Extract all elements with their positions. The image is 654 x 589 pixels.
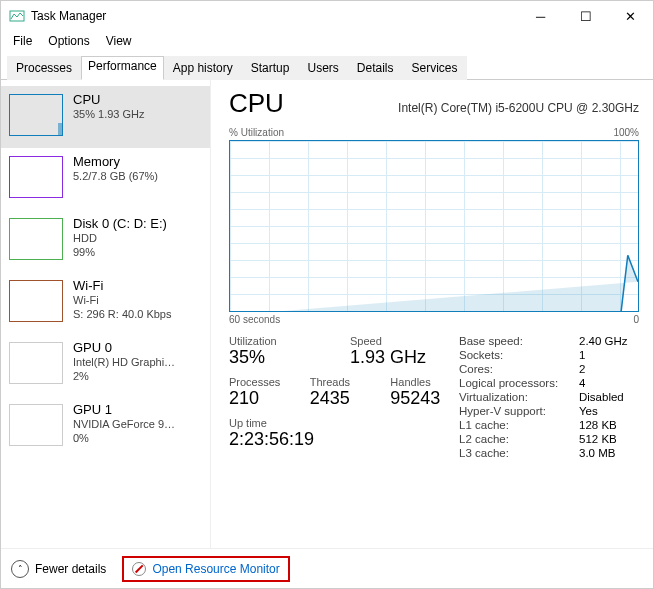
sidebar-item-memory[interactable]: Memory 5.2/7.8 GB (67%): [1, 148, 210, 210]
tab-details[interactable]: Details: [348, 56, 403, 80]
close-button[interactable]: ✕: [608, 1, 653, 31]
content-area: CPU 35% 1.93 GHz Memory 5.2/7.8 GB (67%)…: [1, 80, 653, 548]
menu-options[interactable]: Options: [40, 32, 97, 50]
resource-monitor-icon: [132, 562, 146, 576]
primary-stats: Utilization 35% Speed 1.93 GHz Processes…: [229, 335, 459, 459]
gpu0-thumbnail: [9, 342, 63, 384]
sidebar-item-gpu0[interactable]: GPU 0 Intel(R) HD Graphi… 2%: [1, 334, 210, 396]
stat-speed: 1.93 GHz: [350, 347, 459, 368]
detail-hyperv: Yes: [579, 405, 639, 417]
stat-uptime: 2:23:56:19: [229, 429, 459, 450]
app-icon: [9, 8, 25, 24]
y-axis-max: 100%: [613, 127, 639, 138]
detail-l2-cache: 512 KB: [579, 433, 639, 445]
memory-thumbnail: [9, 156, 63, 198]
menu-file[interactable]: File: [5, 32, 40, 50]
stat-handles: 95243: [390, 388, 459, 409]
utilization-chart: [229, 140, 639, 312]
tab-services[interactable]: Services: [403, 56, 467, 80]
tab-performance[interactable]: Performance: [81, 56, 164, 80]
gpu1-thumbnail: [9, 404, 63, 446]
detail-l3-cache: 3.0 MB: [579, 447, 639, 459]
cpu-model: Intel(R) Core(TM) i5-6200U CPU @ 2.30GHz: [398, 101, 639, 115]
detail-stats: Base speed:2.40 GHz Sockets:1 Cores:2 Lo…: [459, 335, 639, 459]
detail-l1-cache: 128 KB: [579, 419, 639, 431]
footer-bar: ˄ Fewer details Open Resource Monitor: [1, 548, 653, 588]
x-axis-right: 0: [633, 314, 639, 325]
detail-sockets: 1: [579, 349, 639, 361]
cpu-thumbnail: [9, 94, 63, 136]
svg-rect-0: [10, 11, 24, 21]
detail-logical-processors: 4: [579, 377, 639, 389]
tab-app-history[interactable]: App history: [164, 56, 242, 80]
menu-bar: File Options View: [1, 31, 653, 51]
sidebar-item-gpu1[interactable]: GPU 1 NVIDIA GeForce 9… 0%: [1, 396, 210, 458]
tab-users[interactable]: Users: [298, 56, 347, 80]
menu-view[interactable]: View: [98, 32, 140, 50]
detail-base-speed: 2.40 GHz: [579, 335, 639, 347]
tab-processes[interactable]: Processes: [7, 56, 81, 80]
x-axis-left: 60 seconds: [229, 314, 280, 325]
sidebar: CPU 35% 1.93 GHz Memory 5.2/7.8 GB (67%)…: [1, 80, 211, 548]
open-resource-monitor-link[interactable]: Open Resource Monitor: [122, 556, 289, 582]
wifi-thumbnail: [9, 280, 63, 322]
chevron-down-icon: ˄: [11, 560, 29, 578]
sidebar-item-disk0[interactable]: Disk 0 (C: D: E:) HDD 99%: [1, 210, 210, 272]
maximize-button[interactable]: ☐: [563, 1, 608, 31]
disk-thumbnail: [9, 218, 63, 260]
main-panel: CPU Intel(R) Core(TM) i5-6200U CPU @ 2.3…: [211, 80, 653, 548]
stat-processes: 210: [229, 388, 298, 409]
detail-virtualization: Disabled: [579, 391, 639, 403]
window-title: Task Manager: [31, 9, 106, 23]
sidebar-item-cpu[interactable]: CPU 35% 1.93 GHz: [1, 86, 210, 148]
detail-cores: 2: [579, 363, 639, 375]
sidebar-item-wifi[interactable]: Wi-Fi Wi-Fi S: 296 R: 40.0 Kbps: [1, 272, 210, 334]
main-title: CPU: [229, 88, 284, 119]
fewer-details-button[interactable]: ˄ Fewer details: [11, 560, 106, 578]
y-axis-label: % Utilization: [229, 127, 284, 138]
sidebar-label: CPU: [73, 92, 202, 108]
stat-threads: 2435: [310, 388, 379, 409]
task-manager-window: Task Manager ─ ☐ ✕ File Options View Pro…: [0, 0, 654, 589]
title-bar: Task Manager ─ ☐ ✕: [1, 1, 653, 31]
stat-utilization: 35%: [229, 347, 338, 368]
tab-bar: Processes Performance App history Startu…: [1, 55, 653, 80]
minimize-button[interactable]: ─: [518, 1, 563, 31]
tab-startup[interactable]: Startup: [242, 56, 299, 80]
